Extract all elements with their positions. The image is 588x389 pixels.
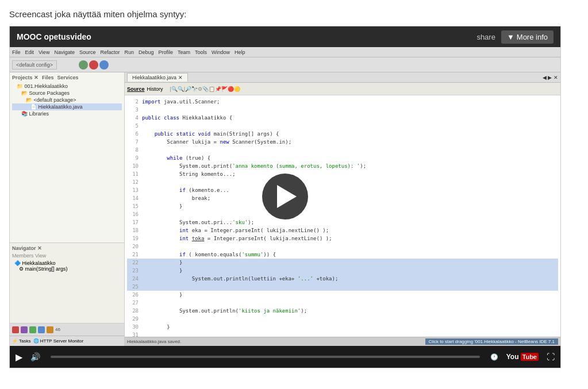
toolbar-btn-3 bbox=[79, 60, 88, 70]
ide-editor-content: Hiekkalaatikko.java ✕ ◀ ▶ ✕ Source Histo… bbox=[125, 72, 560, 346]
code-line-25: 25 bbox=[127, 283, 558, 291]
youtube-logo[interactable]: You Tube bbox=[506, 353, 539, 361]
ide-sidebar-bottom: 46 bbox=[10, 323, 124, 336]
ide-editor-tabs: Hiekkalaatikko.java ✕ ◀ ▶ ✕ bbox=[125, 72, 560, 83]
menu-edit: Edit bbox=[25, 49, 34, 55]
code-line-27: 27 bbox=[127, 299, 558, 307]
menu-debug: Debug bbox=[139, 49, 154, 55]
tree-hiekkalaatikko-java: 📄 Hiekkalaatikko.java bbox=[12, 103, 122, 110]
code-line-16: 16 bbox=[127, 210, 558, 218]
code-line-22: 22 } bbox=[127, 259, 558, 267]
menu-team: Team bbox=[178, 49, 190, 55]
toolbar-config-label: <default config> bbox=[12, 60, 57, 70]
code-line-26: 26 } bbox=[127, 291, 558, 299]
code-line-17: 17 System.out.pri...'sku'); bbox=[127, 218, 558, 226]
video-title: MOOC opetusvideo bbox=[17, 32, 91, 41]
menu-view: View bbox=[39, 49, 49, 55]
video-container: MOOC opetusvideo share ▼ More info File … bbox=[9, 26, 561, 368]
status-icon-2 bbox=[21, 326, 28, 333]
ide-sidebar: Projects ✕ Files Services 📁 001.Hiekkala… bbox=[10, 72, 125, 242]
code-line-7: 7 Scanner lukija = new Scanner(System.in… bbox=[127, 138, 558, 146]
editor-toolbar-history: History bbox=[147, 86, 163, 92]
ide-editor-toolbar: Source History |🔍🔍|🔎🔭⚙📎📋📌🚩🔴🟡 bbox=[125, 83, 560, 95]
toolbar-btn-5 bbox=[99, 60, 109, 70]
clock-icon: 🕐 bbox=[490, 353, 498, 361]
editor-toolbar-icons: |🔍🔍|🔎🔭⚙📎📋📌🚩🔴🟡 bbox=[170, 86, 241, 92]
more-info-label: More info bbox=[517, 33, 548, 41]
video-topbar: MOOC opetusvideo share ▼ More info bbox=[10, 26, 560, 47]
menu-refactor: Refactor bbox=[100, 49, 120, 55]
code-line-29: 29 bbox=[127, 315, 558, 323]
status-icon-1 bbox=[12, 326, 19, 333]
code-line-8: 8 bbox=[127, 146, 558, 154]
menu-file: File bbox=[12, 49, 21, 55]
editor-toolbar-source: Source bbox=[127, 86, 145, 92]
video-thumbnail[interactable]: File Edit View Navigate Source Refactor … bbox=[10, 47, 560, 346]
code-line-14: 14 break; bbox=[127, 194, 558, 202]
code-line-18: 18 int eka = Integer.parseInt( lukija.ne… bbox=[127, 226, 558, 234]
code-line-13: 13 if (komento.e... bbox=[127, 186, 558, 194]
more-info-arrow-icon: ▼ bbox=[507, 33, 514, 41]
toolbar-btn-1 bbox=[58, 60, 67, 70]
code-line-3: 3 bbox=[127, 106, 558, 114]
code-line-30: 30 } bbox=[127, 323, 558, 331]
status-count: 46 bbox=[55, 327, 60, 332]
code-line-11: 11 String komento...; bbox=[127, 170, 558, 178]
youtube-tube-text: Tube bbox=[521, 353, 539, 361]
navigator-header: Navigator ✕ bbox=[12, 245, 122, 251]
code-line-24: 24 System.out.println(luettiin +eka+ '..… bbox=[127, 275, 558, 283]
video-bottombar: ▶ 🔊 🕐 You Tube ⛶ bbox=[10, 346, 560, 368]
youtube-you-text: You bbox=[506, 353, 519, 361]
toolbar-btn-2 bbox=[68, 60, 78, 70]
editor-tab-main: Hiekkalaatikko.java ✕ bbox=[127, 73, 188, 82]
code-line-4: 4public class Hiekkalaatikko { bbox=[127, 114, 558, 122]
navigator-members-view: Members View bbox=[12, 253, 122, 259]
tree-default-package: 📂 <default package> bbox=[12, 97, 122, 103]
tree-project-root: 📁 001.Hiekkalaatikko bbox=[12, 83, 122, 90]
sidebar-tabs: Projects ✕ Files Services bbox=[12, 75, 122, 80]
code-line-23: 23 } bbox=[127, 267, 558, 275]
code-line-19: 19 int toka = Integer.parseInt( lukija.n… bbox=[127, 234, 558, 242]
code-line-9: 9 while (true) { bbox=[127, 154, 558, 162]
fullscreen-button[interactable]: ⛶ bbox=[547, 352, 555, 361]
status-bar-left: Hiekkalaatikko.java saved. bbox=[127, 339, 181, 344]
page-description: Screencast joka näyttää miten ohjelma sy… bbox=[9, 9, 579, 19]
navigator-item-main: ⚙ main(String[] args) bbox=[12, 266, 122, 272]
navigator-item-class: 🔷 Hiekkalaatikko bbox=[12, 260, 122, 266]
tree-source-packages: 📂 Source Packages bbox=[12, 90, 122, 97]
tree-libraries: 📚 Libraries bbox=[12, 110, 122, 117]
ide-status-bar: Hiekkalaatikko.java saved. Click to star… bbox=[125, 337, 560, 346]
ide-menubar: File Edit View Navigate Source Refactor … bbox=[10, 47, 560, 57]
code-line-10: 10 System.out.print('anna komento (summa… bbox=[127, 162, 558, 170]
more-info-button[interactable]: ▼ More info bbox=[501, 30, 554, 44]
taskbar-http-server: 🌐 HTTP Server Monitor bbox=[33, 338, 84, 344]
code-line-12: 12 bbox=[127, 178, 558, 186]
menu-help: Help bbox=[235, 49, 245, 55]
menu-navigate: Navigate bbox=[54, 49, 75, 55]
progress-bar[interactable] bbox=[51, 356, 480, 358]
play-button-overlay[interactable] bbox=[262, 174, 308, 219]
volume-button[interactable]: 🔊 bbox=[30, 352, 40, 361]
ide-taskbar: ⚡ Tasks 🌐 HTTP Server Monitor bbox=[10, 336, 124, 346]
ide-navigator-panel: Navigator ✕ Members View 🔷 Hiekkalaatikk… bbox=[10, 242, 124, 323]
code-line-15: 15 } bbox=[127, 202, 558, 210]
play-triangle-icon bbox=[277, 185, 297, 208]
status-icon-4 bbox=[38, 326, 45, 333]
code-line-28: 28 System.out.println('kiitos ja näkemii… bbox=[127, 307, 558, 315]
code-line-6: 6 public static void main(String[] args)… bbox=[127, 130, 558, 138]
time-info: 🕐 bbox=[490, 353, 498, 361]
status-bar-right: Click to start dragging '001.Hiekkalaati… bbox=[425, 338, 558, 345]
code-line-2: 2import java.util.Scanner; bbox=[127, 98, 558, 106]
menu-source: Source bbox=[79, 49, 96, 55]
ide-code-area: 2import java.util.Scanner; 3 4public cla… bbox=[125, 95, 560, 337]
code-line-31: 31 bbox=[127, 331, 558, 337]
playback-play-button[interactable]: ▶ bbox=[16, 352, 22, 363]
code-line-5: 5 bbox=[127, 122, 558, 130]
menu-tools: Tools bbox=[195, 49, 207, 55]
status-icon-5 bbox=[47, 326, 53, 333]
topbar-controls: share ▼ More info bbox=[476, 30, 554, 44]
menu-window: Window bbox=[212, 49, 230, 55]
code-line-21: 21 if ( komento.equals('summu')) { bbox=[127, 251, 558, 259]
code-line-20: 20 bbox=[127, 242, 558, 251]
share-button[interactable]: share bbox=[476, 33, 495, 41]
